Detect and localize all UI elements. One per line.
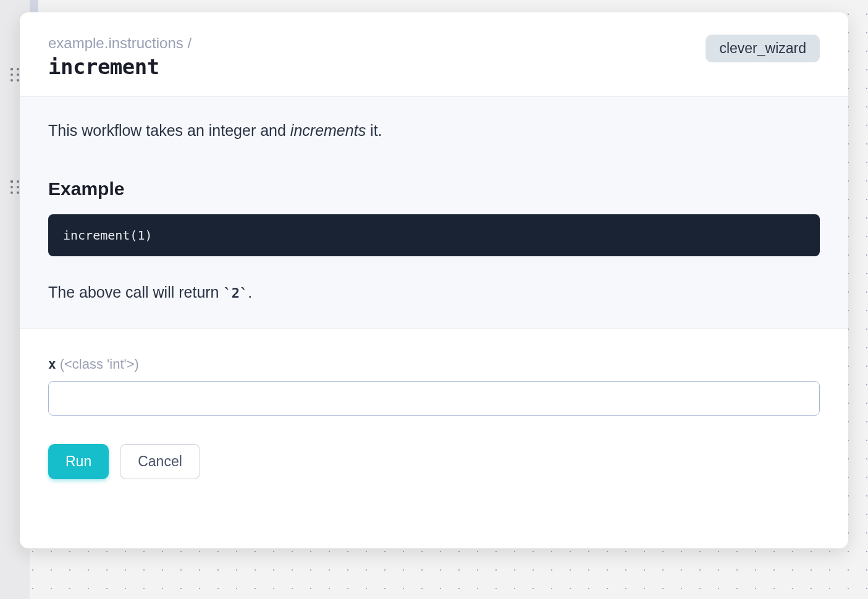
owner-badge: clever_wizard [706, 35, 820, 62]
modal-form: x (<class 'int'>) Run Cancel [20, 329, 848, 504]
result-text: The above call will return [48, 283, 223, 301]
cancel-button[interactable]: Cancel [120, 444, 200, 479]
result-code: `2` [223, 285, 248, 301]
breadcrumb-path: example.instructions / [48, 35, 192, 52]
workflow-description: This workflow takes an integer and incre… [48, 119, 820, 143]
result-description: The above call will return `2`. [48, 281, 820, 304]
modal-body: This workflow takes an integer and incre… [20, 97, 848, 329]
drag-handle-icon[interactable] [11, 180, 19, 194]
button-row: Run Cancel [48, 444, 820, 479]
drag-handle-icon[interactable] [11, 68, 19, 82]
run-button[interactable]: Run [48, 444, 109, 479]
x-input[interactable] [48, 381, 820, 416]
description-text: This workflow takes an integer and [48, 122, 290, 139]
example-heading: Example [48, 178, 820, 199]
workflow-modal: example.instructions / increment clever_… [20, 12, 848, 548]
field-type-label: (<class 'int'>) [60, 356, 139, 372]
workflow-title: increment [48, 54, 192, 79]
code-example: increment(1) [48, 214, 820, 256]
modal-header: example.instructions / increment clever_… [20, 12, 848, 97]
field-name-label: x [48, 357, 56, 372]
field-label: x (<class 'int'>) [48, 356, 820, 372]
header-title-group: example.instructions / increment [48, 35, 192, 79]
result-text: . [248, 283, 252, 301]
description-emphasis: increments [290, 122, 366, 139]
description-text: it. [366, 122, 382, 139]
